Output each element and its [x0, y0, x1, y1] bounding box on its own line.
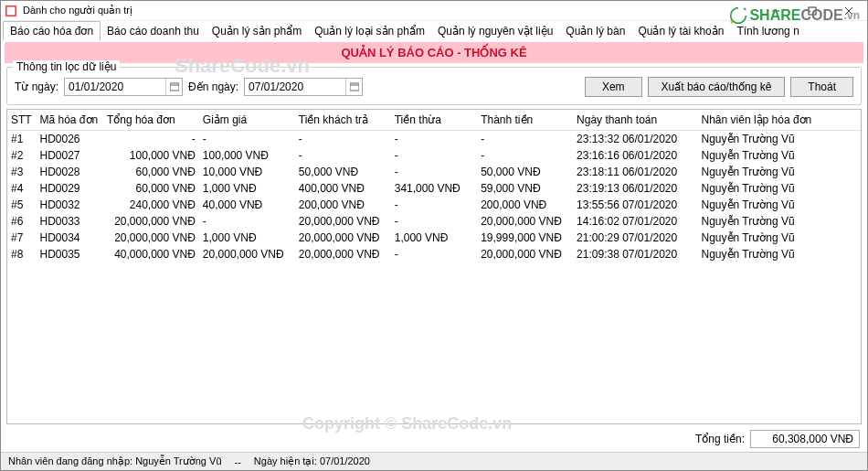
titlebar: Dành cho người quản trị: [1, 1, 867, 21]
from-date-label: Từ ngày:: [15, 80, 58, 93]
tab-revenue-report[interactable]: Báo cáo doanh thu: [101, 22, 206, 40]
tab-accounts[interactable]: Quản lý tài khoản: [631, 22, 730, 40]
table-row[interactable]: #8HD003540,000,000 VNĐ20,000,000 VNĐ20,0…: [7, 246, 861, 262]
to-date-picker[interactable]: [244, 78, 363, 96]
app-icon: [5, 5, 17, 17]
total-value: 60,308,000 VNĐ: [750, 430, 860, 448]
filter-legend: Thông tin lọc dữ liệu: [13, 60, 120, 73]
statusbar: Nhân viên đang đăng nhập: Nguyễn Trường …: [1, 452, 867, 470]
table-row[interactable]: #1HD0026-----23:13:32 06/01/2020Nguyễn T…: [7, 131, 861, 148]
svg-rect-6: [170, 83, 179, 91]
calendar-icon[interactable]: [165, 79, 182, 95]
to-date-input[interactable]: [245, 79, 345, 95]
col-stt[interactable]: STT: [7, 110, 36, 131]
table-row[interactable]: #2HD0027100,000 VNĐ100,000 VNĐ---23:16:1…: [7, 147, 861, 164]
status-date: Ngày hiện tại: 07/01/2020: [254, 455, 370, 467]
from-date-input[interactable]: [65, 79, 165, 95]
status-separator: --: [235, 456, 241, 467]
table-row[interactable]: #7HD003420,000,000 VNĐ1,000 VNĐ20,000,00…: [7, 230, 861, 246]
maximize-button[interactable]: [794, 1, 831, 20]
from-date-picker[interactable]: [64, 78, 183, 96]
minimize-button[interactable]: [757, 1, 794, 20]
total-label: Tổng tiền:: [695, 433, 745, 445]
col-thua[interactable]: Tiền thừa: [391, 110, 477, 131]
data-grid[interactable]: STT Mã hóa đơn Tổng hóa đơn Giảm giá Tiề…: [6, 109, 862, 424]
col-id[interactable]: Mã hóa đơn: [36, 110, 102, 131]
to-date-label: Đến ngày:: [188, 80, 238, 93]
app-window: Dành cho người quản trị Báo cáo hóa đơn …: [0, 0, 868, 471]
tab-salary[interactable]: Tính lương n: [730, 22, 805, 40]
page-banner: QUẢN LÝ BÁO CÁO - THỐNG KÊ: [5, 42, 863, 63]
svg-rect-8: [350, 83, 359, 91]
tab-strip: Báo cáo hóa đơn Báo cáo doanh thu Quản l…: [1, 21, 867, 41]
svg-rect-1: [7, 6, 16, 15]
table-row[interactable]: #3HD002860,000 VNĐ10,000 VNĐ50,000 VNĐ-5…: [7, 164, 861, 180]
tab-product-types[interactable]: Quản lý loại sản phẩm: [308, 22, 431, 40]
svg-rect-3: [809, 7, 816, 15]
close-button[interactable]: [831, 1, 867, 20]
window-controls: [757, 1, 867, 20]
tab-tables[interactable]: Quản lý bàn: [559, 22, 631, 40]
tab-materials[interactable]: Quản lý nguyên vật liệu: [431, 22, 559, 40]
exit-button[interactable]: Thoát: [790, 77, 853, 97]
col-nv[interactable]: Nhân viên lập hóa đơn: [698, 110, 861, 131]
status-user: Nhân viên đang đăng nhập: Nguyễn Trường …: [8, 455, 222, 467]
table-row[interactable]: #4HD002960,000 VNĐ1,000 VNĐ400,000 VNĐ34…: [7, 180, 861, 197]
tab-invoice-report[interactable]: Báo cáo hóa đơn: [3, 21, 101, 41]
view-button[interactable]: Xem: [585, 77, 642, 97]
filter-group: Thông tin lọc dữ liệu Từ ngày: Đến ngày:…: [6, 67, 862, 105]
total-row: Tổng tiền: 60,308,000 VNĐ: [1, 426, 867, 452]
col-thanh[interactable]: Thành tiền: [477, 110, 573, 131]
table-row[interactable]: #5HD0032240,000 VNĐ40,000 VNĐ200,000 VNĐ…: [7, 197, 861, 213]
tab-products[interactable]: Quản lý sản phẩm: [206, 22, 308, 40]
calendar-icon[interactable]: [345, 79, 362, 95]
col-ngay[interactable]: Ngày thanh toán: [573, 110, 697, 131]
col-khach[interactable]: Tiền khách trả: [295, 110, 391, 131]
col-tong[interactable]: Tổng hóa đơn: [103, 110, 199, 131]
window-title: Dành cho người quản trị: [23, 5, 757, 16]
col-giam[interactable]: Giảm giá: [199, 110, 295, 131]
table-row[interactable]: #6HD003320,000,000 VNĐ-20,000,000 VNĐ-20…: [7, 213, 861, 230]
export-button[interactable]: Xuất báo cáo/thống kê: [648, 77, 786, 97]
